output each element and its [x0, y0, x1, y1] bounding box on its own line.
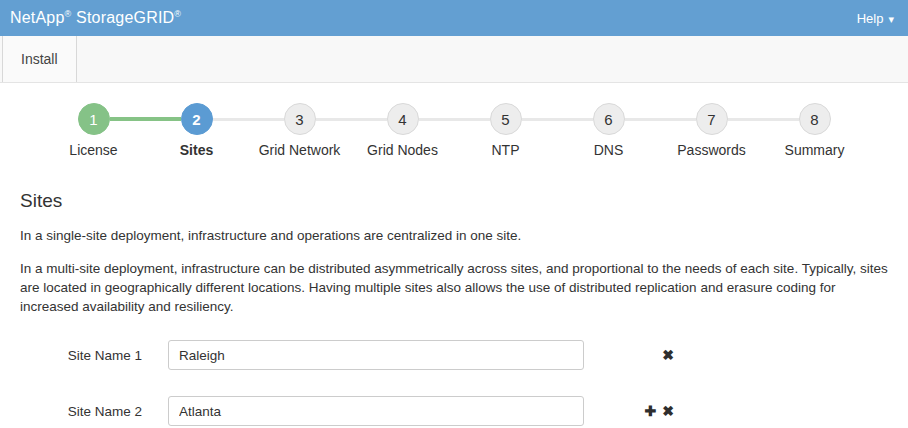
step-circle: 4	[387, 103, 419, 135]
step-circle: 1	[78, 103, 110, 135]
add-site-icon[interactable]: ✚	[645, 404, 657, 418]
step-grid-nodes[interactable]: 4 Grid Nodes	[351, 103, 454, 158]
step-dns[interactable]: 6 DNS	[557, 103, 660, 158]
wizard-stepper: 1 License 2 Sites 3 Grid Network 4 Grid …	[20, 103, 888, 158]
intro-paragraph-1: In a single-site deployment, infrastruct…	[20, 226, 888, 245]
site-name-2-label: Site Name 2	[20, 404, 142, 419]
tab-bar: Install	[0, 36, 908, 83]
tab-install[interactable]: Install	[2, 36, 77, 82]
step-label: Grid Network	[259, 142, 341, 158]
remove-site-icon[interactable]: ✖	[662, 404, 674, 418]
step-sites[interactable]: 2 Sites	[145, 103, 248, 158]
site-name-2-input[interactable]	[168, 396, 584, 426]
main-content: 1 License 2 Sites 3 Grid Network 4 Grid …	[0, 103, 908, 426]
step-label: Passwords	[677, 142, 745, 158]
step-passwords[interactable]: 7 Passwords	[660, 103, 763, 158]
caret-down-icon: ▾	[888, 14, 894, 25]
step-ntp[interactable]: 5 NTP	[454, 103, 557, 158]
step-label: Sites	[180, 142, 213, 158]
step-label: Summary	[785, 142, 845, 158]
help-label: Help	[857, 11, 884, 26]
step-grid-network[interactable]: 3 Grid Network	[248, 103, 351, 158]
intro-paragraph-2: In a multi-site deployment, infrastructu…	[20, 259, 888, 316]
site-row-1: Site Name 1 ✖	[20, 340, 888, 370]
step-summary[interactable]: 8 Summary	[763, 103, 866, 158]
step-label: DNS	[594, 142, 624, 158]
step-license[interactable]: 1 License	[42, 103, 145, 158]
page-title: Sites	[20, 190, 888, 212]
brand-title: NetApp® StorageGRID®	[10, 9, 181, 27]
app-header: NetApp® StorageGRID® Help ▾	[0, 0, 908, 36]
site-row-2: Site Name 2 ✚ ✖	[20, 396, 888, 426]
step-label: NTP	[492, 142, 520, 158]
step-circle: 5	[490, 103, 522, 135]
site-name-1-label: Site Name 1	[20, 348, 142, 363]
step-circle: 6	[593, 103, 625, 135]
row-actions: ✚ ✖	[616, 404, 674, 418]
step-circle: 2	[181, 103, 213, 135]
help-menu[interactable]: Help ▾	[857, 11, 894, 26]
step-circle: 3	[284, 103, 316, 135]
row-actions: ✖	[616, 348, 674, 362]
sites-form: Site Name 1 ✖ Site Name 2 ✚ ✖	[20, 340, 888, 426]
site-name-1-input[interactable]	[168, 340, 584, 370]
step-circle: 7	[696, 103, 728, 135]
step-circle: 8	[799, 103, 831, 135]
step-label: Grid Nodes	[367, 142, 438, 158]
step-label: License	[69, 142, 117, 158]
remove-site-icon[interactable]: ✖	[662, 348, 674, 362]
